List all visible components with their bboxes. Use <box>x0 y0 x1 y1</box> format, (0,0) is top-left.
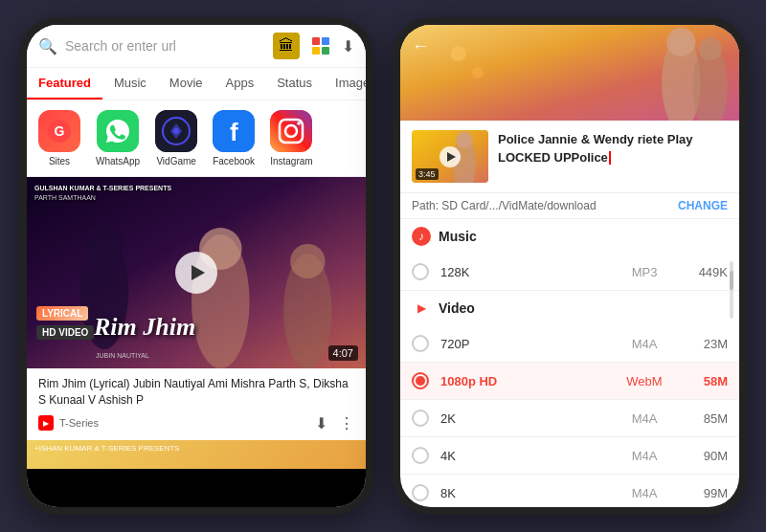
lyrical-badge: LYRICAL <box>36 306 88 321</box>
sites-app-icon: G <box>38 110 80 152</box>
radio-4k[interactable] <box>412 447 429 464</box>
svg-point-30 <box>472 67 484 78</box>
video-thumbnail[interactable]: GULSHAN KUMAR & T-SERIES PRESENTS PARTH … <box>27 177 366 368</box>
play-triangle-icon <box>192 265 205 280</box>
svg-rect-1 <box>322 37 329 45</box>
svg-rect-13 <box>270 110 312 152</box>
whatsapp-app-icon <box>97 110 139 152</box>
dl-duration: 3:45 <box>416 168 439 180</box>
whatsapp-label: WhatsApp <box>96 156 140 166</box>
search-icons-right: 🏛 ⬇ <box>273 33 354 59</box>
download-video-icon[interactable]: ⬇ <box>315 414 327 432</box>
path-text: Path: SD Card/.../VidMate/download <box>412 199 597 212</box>
scroll-thumb <box>730 271 733 290</box>
search-icon: 🔍 <box>38 37 57 55</box>
channel-name: T-Series <box>59 417 99 429</box>
play-button[interactable] <box>175 252 217 294</box>
next-video-label: +ISHAN KUMAR & T-SERIES PRESENTS <box>27 440 366 456</box>
format-row-4k[interactable]: 4K M4A 90M <box>400 437 739 475</box>
tab-status[interactable]: Status <box>265 68 324 100</box>
download-panel: 3:45 Police Jannie & Wendy riete Play LO… <box>400 121 739 193</box>
size-2k: 85M <box>680 411 728 426</box>
app-whatsapp[interactable]: WhatsApp <box>96 110 140 166</box>
music-section-title: Music <box>439 229 477 244</box>
next-video-preview: +ISHAN KUMAR & T-SERIES PRESENTS <box>27 440 366 469</box>
svg-point-23 <box>290 244 325 278</box>
tab-movie[interactable]: Movie <box>158 68 214 100</box>
change-button[interactable]: CHANGE <box>678 199 728 212</box>
svg-point-19 <box>85 225 124 263</box>
sites-label: Sites <box>49 156 70 166</box>
video-section-title: Video <box>439 300 475 316</box>
video-overlay-text: GULSHAN KUMAR & T-SERIES PRESENTS <box>34 185 171 191</box>
quality-8k: 8K <box>440 486 609 500</box>
quality-4k: 4K <box>440 449 609 463</box>
radio-inner-1080p <box>416 376 425 386</box>
radio-2k[interactable] <box>412 410 429 427</box>
bookmark-icon[interactable]: 🏛 <box>273 33 300 59</box>
jubin-text: JUBIN NAUTIYAL <box>96 352 149 359</box>
svg-point-28 <box>699 37 722 60</box>
size-720p: 23M <box>680 337 728 351</box>
vidgame-app-icon <box>155 110 197 152</box>
app-vidgame[interactable]: VidGame <box>155 110 197 166</box>
app-sites[interactable]: G Sites <box>38 110 80 166</box>
video-feed: GULSHAN KUMAR & T-SERIES PRESENTS PARTH … <box>27 177 366 507</box>
tabs: Featured Music Movie Apps Status Images <box>27 68 366 100</box>
format-row-2k[interactable]: 2K M4A 85M <box>400 400 739 437</box>
grid-icon[interactable] <box>307 33 334 59</box>
svg-point-16 <box>298 122 302 125</box>
facebook-app-icon: f <box>213 110 255 152</box>
format-row-8k[interactable]: 8K M4A 99M <box>400 475 739 507</box>
back-button[interactable]: ← <box>412 36 429 56</box>
tab-apps[interactable]: Apps <box>214 68 266 100</box>
right-phone-header: ← <box>400 25 739 121</box>
app-icons-row: G Sites WhatsApp <box>27 100 366 177</box>
svg-rect-2 <box>312 47 320 55</box>
app-facebook[interactable]: f Facebook <box>213 110 255 166</box>
format-row-720p[interactable]: 720P M4A 23M <box>400 325 739 363</box>
dl-info: Police Jannie & Wendy riete Play LOCKED … <box>498 130 728 166</box>
hd-badge: HD VIDEO <box>36 325 94 340</box>
svg-rect-3 <box>322 47 329 55</box>
format-row-1080p[interactable]: 1080p HD WebM 58M <box>400 363 739 400</box>
search-input[interactable]: Search or enter url <box>65 38 265 54</box>
svg-point-10 <box>173 128 179 134</box>
download-thumbnail: 3:45 <box>412 130 488 183</box>
video-title: Rim Jhim (Lyrical) Jubin Nautiyal Ami Mi… <box>38 376 354 409</box>
rim-jhim-text: Rim Jhim <box>94 313 195 342</box>
quality-1080p: 1080p HD <box>440 374 609 388</box>
instagram-label: Instagram <box>270 156 312 166</box>
more-options-icon[interactable]: ⋮ <box>339 414 354 432</box>
radio-720p[interactable] <box>412 335 429 352</box>
music-icon: ♪ <box>412 227 431 246</box>
cursor <box>609 151 611 165</box>
size-1080p: 58M <box>680 374 728 388</box>
phones-container: 🔍 Search or enter url 🏛 ⬇ <box>0 0 766 532</box>
video-actions: ⬇ ⋮ <box>315 414 354 432</box>
channel-icon: ▶ <box>38 415 54 431</box>
tab-featured[interactable]: Featured <box>27 68 102 100</box>
duration-badge: 4:07 <box>328 345 358 361</box>
svg-rect-0 <box>312 37 320 45</box>
app-instagram[interactable]: Instagram <box>270 110 312 166</box>
type-1080p: WebM <box>620 374 668 388</box>
size-128k: 449K <box>680 265 728 279</box>
format-row-128k[interactable]: 128K MP3 449K <box>400 254 739 291</box>
dl-play-triangle-icon <box>447 152 456 162</box>
tab-images[interactable]: Images <box>324 68 366 100</box>
radio-1080p[interactable] <box>412 372 429 389</box>
quality-128k: 128K <box>440 265 609 279</box>
video-section-header: ▶ Video <box>400 291 739 325</box>
size-4k: 90M <box>680 449 728 463</box>
channel-info: ▶ T-Series <box>38 415 99 431</box>
svg-point-26 <box>666 28 695 56</box>
type-8k: M4A <box>620 486 668 500</box>
type-720p: M4A <box>620 337 668 351</box>
svg-point-33 <box>456 131 473 148</box>
radio-8k[interactable] <box>412 484 429 501</box>
radio-128k[interactable] <box>412 263 429 280</box>
download-icon[interactable]: ⬇ <box>342 37 354 55</box>
left-phone-screen: 🔍 Search or enter url 🏛 ⬇ <box>27 25 366 507</box>
tab-music[interactable]: Music <box>102 68 158 100</box>
